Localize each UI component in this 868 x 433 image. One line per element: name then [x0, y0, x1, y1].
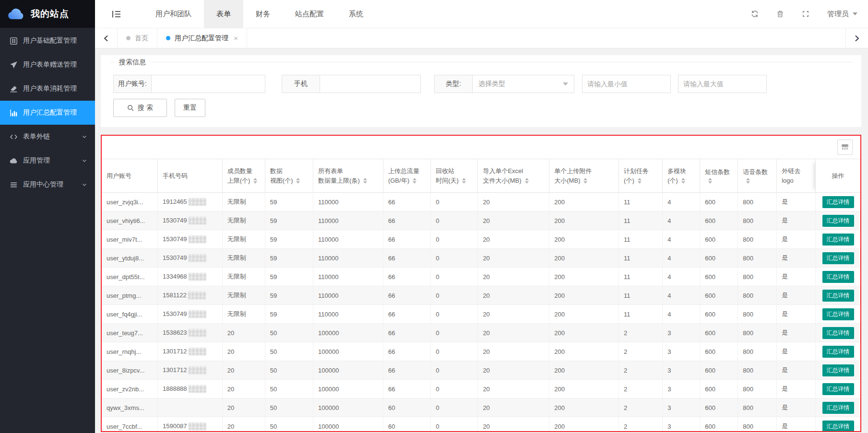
search-button[interactable]: 搜 索 — [113, 99, 167, 117]
sort-icon[interactable] — [746, 178, 750, 184]
user-name: 管理员 — [827, 10, 849, 19]
column-header[interactable]: 数据视图(个) — [265, 159, 313, 193]
table-cell: 600 — [700, 398, 738, 417]
column-header[interactable]: 导入单个Excel文件大小(MB) — [478, 159, 549, 193]
top-nav: 用户和团队表单财务站点配置系统 — [143, 0, 376, 28]
table-cell: 200 — [549, 249, 619, 268]
topnav-item[interactable]: 财务 — [243, 0, 283, 28]
sidebar-item[interactable]: 表单外链 — [0, 125, 95, 149]
search-panel: 搜索信息 用户账号: 手机 类型: 选择类 — [101, 55, 861, 127]
sidebar-item[interactable]: 应用管理 — [0, 149, 95, 173]
summary-detail-button[interactable]: 汇总详情 — [822, 327, 854, 339]
page-tab[interactable]: 用户汇总配置管理× — [157, 28, 247, 48]
table-cell: 20 — [222, 361, 265, 380]
table-cell: 66 — [383, 211, 430, 230]
table-cell: 2 — [619, 398, 663, 417]
column-header[interactable]: 上传总流量(GB/年) — [383, 159, 430, 193]
sort-icon[interactable] — [708, 178, 712, 184]
summary-detail-button[interactable]: 汇总详情 — [822, 308, 854, 320]
column-header[interactable]: 成员数量上限(个) — [222, 159, 265, 193]
summary-detail-button[interactable]: 汇总详情 — [822, 290, 854, 302]
sidebar-item[interactable]: 用户表单消耗管理 — [0, 77, 95, 101]
table-cell: 800 — [738, 193, 777, 211]
min-value-input[interactable] — [582, 75, 671, 93]
table-cell: 20 — [478, 193, 549, 211]
summary-detail-button[interactable]: 汇总详情 — [822, 346, 854, 358]
cell-phone: 1530749 — [157, 211, 222, 230]
table-cell: 4 — [663, 268, 700, 286]
table-header-row: 用户账号手机号码成员数量上限(个)数据视图(个)所有表单数据量上限(条)上传总流… — [102, 159, 860, 193]
column-header[interactable]: 回收站时间(天) — [431, 159, 478, 193]
phone-digits: 1301712 — [163, 366, 187, 374]
table-cell: 20 — [478, 286, 549, 305]
column-subtitle: (个) — [667, 177, 700, 184]
column-header[interactable]: 短信条数 — [700, 159, 738, 193]
table-cell: 66 — [383, 193, 430, 211]
phone-field-group: 手机 — [282, 75, 421, 93]
reset-button[interactable]: 重置 — [175, 99, 205, 117]
cloud-icon — [10, 157, 18, 165]
summary-detail-button[interactable]: 汇总详情 — [822, 196, 854, 208]
refresh-icon[interactable] — [751, 10, 759, 18]
topnav-item[interactable]: 站点配置 — [283, 0, 336, 28]
summary-detail-button[interactable]: 汇总详情 — [822, 271, 854, 283]
max-value-input[interactable] — [678, 75, 767, 93]
column-title: 所有表单 — [318, 167, 383, 175]
trash-icon[interactable] — [776, 10, 784, 18]
sort-icon[interactable] — [638, 178, 642, 184]
chevron-right-icon[interactable] — [845, 28, 868, 48]
column-settings-button[interactable] — [837, 140, 853, 155]
cell-phone: 1530749 — [157, 230, 222, 249]
redacted-blur — [189, 273, 206, 281]
summary-detail-button[interactable]: 汇总详情 — [822, 383, 854, 395]
column-header[interactable]: 计划任务(个) — [619, 159, 663, 193]
chevron-left-icon[interactable] — [95, 28, 118, 48]
cell-account: user_7ccbf... — [102, 417, 157, 433]
user-menu[interactable]: 管理员 — [827, 10, 857, 19]
topnav-item[interactable]: 用户和团队 — [143, 0, 204, 28]
caret-down-icon — [853, 12, 857, 15]
column-header[interactable]: 多模块(个) — [663, 159, 700, 193]
summary-table-card: 用户账号手机号码成员数量上限(个)数据视图(个)所有表单数据量上限(条)上传总流… — [101, 135, 861, 432]
topnav-item[interactable]: 系统 — [336, 0, 376, 28]
fullscreen-icon[interactable] — [802, 10, 809, 18]
collapse-menu-icon[interactable] — [112, 10, 121, 18]
table-cell: 无限制 — [222, 211, 265, 230]
table-cell: 3 — [663, 417, 700, 433]
column-header[interactable]: 语音条数 — [738, 159, 777, 193]
summary-detail-button[interactable]: 汇总详情 — [822, 421, 854, 433]
sort-icon[interactable] — [253, 178, 257, 184]
column-header[interactable]: 单个上传附件大小(MB) — [549, 159, 619, 193]
sort-icon[interactable] — [462, 178, 466, 184]
table-cell: 0 — [431, 286, 478, 305]
sidebar-item[interactable]: 用户汇总配置管理 — [0, 101, 95, 125]
sort-icon[interactable] — [583, 178, 587, 184]
table-cell: 20 — [478, 342, 549, 361]
sidebar-item[interactable]: 应用中心管理 — [0, 173, 95, 197]
type-select[interactable]: 选择类型 — [473, 75, 574, 93]
sort-icon[interactable] — [413, 178, 416, 184]
search-form-row: 用户账号: 手机 类型: 选择类型 — [113, 75, 852, 93]
table-cell: 20 — [222, 342, 265, 361]
sort-icon[interactable] — [296, 178, 300, 184]
account-input[interactable] — [152, 75, 265, 93]
summary-detail-button[interactable]: 汇总详情 — [822, 215, 854, 227]
summary-detail-button[interactable]: 汇总详情 — [822, 252, 854, 264]
sidebar-item[interactable]: 用户表单赠送管理 — [0, 53, 95, 77]
phone-input[interactable] — [320, 75, 421, 93]
sort-icon[interactable] — [525, 178, 529, 184]
close-icon[interactable]: × — [234, 34, 238, 42]
sort-icon[interactable] — [363, 178, 367, 184]
sidebar-item[interactable]: 用户基础配置管理 — [0, 29, 95, 53]
summary-detail-button[interactable]: 汇总详情 — [822, 402, 854, 414]
table-cell: 600 — [700, 268, 738, 286]
column-header[interactable]: 所有表单数据量上限(条) — [313, 159, 383, 193]
summary-detail-button[interactable]: 汇总详情 — [822, 364, 854, 376]
summary-detail-button[interactable]: 汇总详情 — [822, 234, 854, 246]
table-cell: 100000 — [313, 417, 383, 433]
page-tab[interactable]: 首页 — [118, 28, 157, 48]
phone-digits: 1530749 — [163, 254, 187, 261]
topnav-item[interactable]: 表单 — [204, 0, 243, 28]
table-cell: 0 — [431, 361, 478, 380]
sort-icon[interactable] — [681, 178, 685, 184]
